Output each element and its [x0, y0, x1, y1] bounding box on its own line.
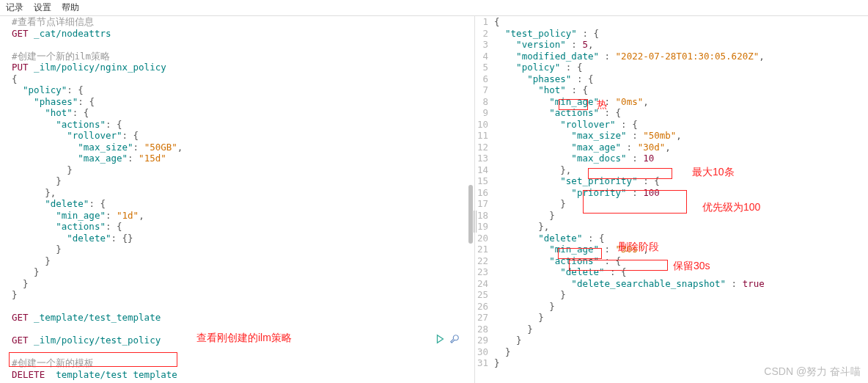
response-line: 26 } [475, 301, 868, 313]
line-number: 11 [475, 130, 494, 142]
code-line[interactable]: #创建一个新的ilm策略 [0, 51, 474, 62]
response-line: 24 "delete_searchable_snapshot" : true [475, 278, 868, 290]
code-line[interactable]: } [0, 255, 474, 267]
response-line: 5 "policy" : { [475, 62, 868, 73]
response-line: 29 } [475, 335, 868, 346]
line-number: 23 [475, 266, 494, 278]
response-line: 21 "min_age" : "30s", [475, 244, 868, 255]
line-number: 24 [475, 278, 494, 290]
line-number: 16 [475, 187, 494, 199]
code-line[interactable]: } [0, 289, 474, 301]
code-line[interactable]: } [0, 164, 474, 176]
line-number: 31 [475, 357, 494, 369]
line-number: 4 [475, 51, 494, 62]
code-line[interactable]: PUT _ilm/policy/nginx_policy [0, 62, 474, 73]
code-line[interactable]: } [0, 278, 474, 290]
line-number: 3 [475, 39, 494, 51]
response-viewer[interactable]: 1{2 "test_policy" : {3 "version" : 5,4 "… [475, 16, 868, 383]
wrench-icon[interactable] [449, 334, 460, 346]
code-line[interactable]: } [0, 175, 474, 187]
code-line[interactable]: "rollover": { [0, 130, 474, 142]
menu-bar: 记录 设置 帮助 [0, 0, 868, 16]
code-line[interactable]: "delete": { [0, 198, 474, 210]
code-line[interactable]: "policy": { [0, 84, 474, 96]
response-line: 20 "delete" : { [475, 233, 868, 244]
line-number: 13 [475, 153, 494, 164]
code-line[interactable]: GET _cat/nodeattrs [0, 28, 474, 40]
response-line: 4 "modified_date" : "2022-07-28T01:30:05… [475, 51, 868, 62]
code-line[interactable]: }, [0, 187, 474, 199]
response-line: 22 "actions" : { [475, 255, 868, 267]
line-number: 15 [475, 175, 494, 187]
code-line[interactable]: } [0, 266, 474, 278]
annotation-text: 保留30s [673, 260, 710, 273]
response-line: 1{ [475, 16, 868, 28]
line-number: 10 [475, 119, 494, 131]
response-line: 10 "rollover" : { [475, 119, 868, 131]
response-line: 25 } [475, 289, 868, 301]
response-line: 23 "delete" : { [475, 266, 868, 278]
code-line[interactable]: "actions": { [0, 221, 474, 233]
code-line[interactable]: GET _template/test_template [0, 312, 474, 324]
line-number: 12 [475, 142, 494, 153]
response-line: 19 }, [475, 221, 868, 233]
response-line: 7 "hot" : { [475, 84, 868, 96]
run-action-row [435, 334, 460, 346]
code-line[interactable]: "max_size": "50GB", [0, 142, 474, 153]
response-line: 8 "min_age" : "0ms", [475, 96, 868, 108]
line-number: 6 [475, 73, 494, 85]
annotation-box [9, 352, 177, 367]
line-number: 27 [475, 312, 494, 324]
line-number: 21 [475, 244, 494, 255]
annotation-box [588, 168, 672, 179]
line-number: 2 [475, 28, 494, 40]
code-line[interactable] [0, 39, 474, 51]
request-editor[interactable]: #查看节点详细信息GET _cat/nodeattrs #创建一个新的ilm策略… [0, 16, 475, 383]
split-view: #查看节点详细信息GET _cat/nodeattrs #创建一个新的ilm策略… [0, 16, 868, 383]
line-number: 28 [475, 324, 494, 335]
play-icon[interactable] [435, 334, 445, 346]
annotation-text: 删除阶段 [618, 241, 659, 254]
response-line: 12 "max_age" : "30d", [475, 142, 868, 153]
line-number: 30 [475, 346, 494, 358]
annotation-box [583, 190, 687, 214]
code-line[interactable]: "max_age": "15d" [0, 153, 474, 164]
response-line: 30 } [475, 346, 868, 358]
response-line: 27 } [475, 312, 868, 324]
code-line[interactable] [0, 301, 474, 313]
response-line: 6 "phases" : { [475, 73, 868, 85]
line-number: 9 [475, 107, 494, 119]
annotation-text: 查看刚创建的ilm策略 [196, 332, 292, 345]
line-number: 25 [475, 289, 494, 301]
code-line[interactable]: } [0, 244, 474, 255]
code-line[interactable]: "delete": {} [0, 233, 474, 244]
annotation-box [559, 99, 588, 110]
code-line[interactable]: "min_age": "1d", [0, 210, 474, 222]
menu-item-settings[interactable]: 设置 [34, 1, 51, 14]
split-handle[interactable] [469, 200, 481, 244]
annotation-box [569, 260, 668, 271]
line-number: 7 [475, 84, 494, 96]
line-number: 26 [475, 301, 494, 313]
menu-item-record[interactable]: 记录 [6, 1, 23, 14]
line-number: 5 [475, 62, 494, 73]
code-line[interactable]: "hot": { [0, 107, 474, 119]
response-line: 3 "version" : 5, [475, 39, 868, 51]
response-line: 11 "max_size" : "50mb", [475, 130, 868, 142]
response-line: 2 "test_policy" : { [475, 28, 868, 40]
line-number: 22 [475, 255, 494, 267]
response-line: 9 "actions" : { [475, 107, 868, 119]
line-number: 8 [475, 96, 494, 108]
response-line: 28 } [475, 324, 868, 335]
annotation-box [558, 248, 602, 259]
code-line[interactable]: "phases": { [0, 96, 474, 108]
code-line[interactable]: "actions": { [0, 119, 474, 131]
line-number: 29 [475, 335, 494, 346]
menu-item-help[interactable]: 帮助 [62, 1, 79, 14]
code-line[interactable]: DELETE template/test template [0, 369, 474, 381]
code-line[interactable]: { [0, 73, 474, 85]
code-line[interactable]: #查看节点详细信息 [0, 16, 474, 28]
annotation-text: 热 [597, 98, 607, 112]
line-number: 1 [475, 16, 494, 28]
response-line: 13 "max_docs" : 10 [475, 153, 868, 164]
